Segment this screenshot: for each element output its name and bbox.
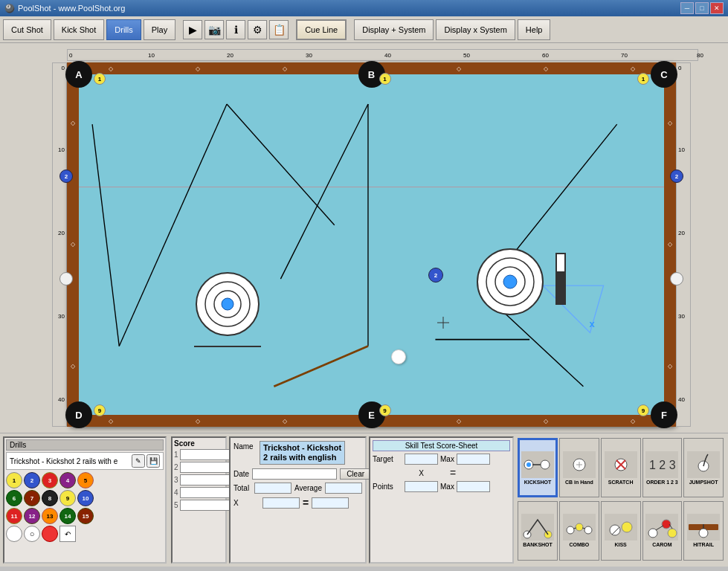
shot-types-panel: KICKSHOT CB in Hand SCRATCH 1 2 3 (516, 436, 725, 564)
left-ruler: 0 10 20 30 40 (30, 62, 67, 427)
kiss-button[interactable]: KISS (601, 501, 641, 561)
pocket-A: A (65, 61, 92, 88)
ball-3-selector[interactable]: 3 (42, 472, 58, 488)
combo-button[interactable]: COMBO (559, 501, 599, 561)
ruler-right-40: 40 (678, 396, 685, 403)
settings-icon[interactable]: ⚙ (248, 20, 267, 39)
date-input[interactable] (252, 468, 337, 480)
ball-cue-selector[interactable] (6, 526, 22, 542)
ball-11-selector[interactable]: 11 (6, 508, 22, 524)
carom-button[interactable]: CAROM (642, 501, 683, 561)
max-input-1[interactable] (457, 454, 490, 465)
clear-button[interactable]: Clear (340, 468, 371, 480)
ball-8-selector[interactable]: 8 (42, 490, 58, 506)
ball-13-selector[interactable]: 13 (42, 508, 58, 524)
app-title: PoolShot - www.PoolShot.org (18, 4, 125, 13)
ball-5-selector[interactable]: 5 (77, 472, 94, 488)
pocket-F: F (651, 401, 677, 428)
ball-4-selector[interactable]: 4 (59, 472, 76, 488)
title-bar: 🎱 PoolShot - www.PoolShot.org ─ □ ✕ (0, 0, 728, 16)
x-eq-row: X = (373, 467, 510, 479)
display-x-system-button[interactable]: Display x System (436, 19, 515, 40)
order-button[interactable]: 1 2 3 ORDER 1 2 3 (642, 438, 683, 497)
ball-7-selector[interactable]: 7 (24, 490, 40, 506)
ball-12-selector[interactable]: 12 (24, 508, 40, 524)
display-plus-system-button[interactable]: Display + System (354, 19, 434, 40)
play-button[interactable]: Play (144, 19, 175, 40)
ball-red-selector[interactable] (42, 526, 58, 542)
ball-1-selector[interactable]: 1 (6, 472, 22, 488)
total-input[interactable] (254, 483, 291, 494)
average-input[interactable] (325, 483, 362, 494)
ruler-60: 60 (542, 52, 549, 59)
cb-in-hand-label: CB in Hand (565, 480, 593, 485)
target-left-baseline (194, 346, 261, 347)
ball-2: 2 (428, 268, 443, 283)
table-with-rulers: 0 10 20 30 40 ◇ ◇ ◇ ◇ ◇ ◇ ◇ ◇ ◇ ◇ (30, 62, 698, 427)
combo-label: COMBO (569, 542, 589, 547)
drill-name: Trickshot - Kickshot 2 rails with e (10, 457, 130, 465)
x-input[interactable] (262, 497, 300, 509)
pocket-A-ball: 1 (94, 73, 106, 85)
cb-in-hand-button[interactable]: CB in Hand (559, 438, 599, 497)
x-label: X (233, 499, 260, 507)
camera-icon[interactable]: 📷 (204, 20, 224, 39)
drill-save-button[interactable]: 💾 (146, 454, 160, 468)
points-input[interactable] (405, 481, 438, 492)
cut-shot-button[interactable]: Cut Shot (3, 19, 51, 40)
svg-point-22 (541, 460, 550, 469)
drills-button[interactable]: Drills (106, 19, 141, 40)
scratch-label: SCRATCH (608, 480, 634, 485)
drill-edit-button[interactable]: ✎ (132, 454, 145, 468)
kickshot-button[interactable]: KICKSHOT (518, 438, 558, 497)
minimize-button[interactable]: ─ (680, 2, 694, 14)
cue-line-button[interactable]: Cue Line (296, 19, 347, 40)
play-icon[interactable]: ▶ (183, 20, 202, 39)
drill-title-line1: Trickshot - Kickshot (263, 443, 341, 452)
ball-6-selector[interactable]: 6 (6, 490, 22, 506)
speed-gauge (555, 253, 566, 305)
hitrail-label: HITRAIL (693, 542, 714, 547)
bankshot-button[interactable]: BANKSHOT (518, 501, 558, 561)
undo-selector[interactable]: ↶ (59, 526, 76, 542)
scratch-button[interactable]: SCRATCH (601, 438, 641, 497)
kick-shot-button[interactable]: Kick Shot (54, 19, 104, 40)
app-icon: 🎱 (4, 4, 15, 13)
drill-name-display: Trickshot - Kickshot 2 rails with englis… (260, 441, 345, 465)
jumpshot-button[interactable]: JUMPSHOT (683, 438, 724, 497)
shot-lines-svg (79, 74, 664, 415)
target-input[interactable] (405, 454, 438, 465)
x-row: X = (233, 497, 362, 509)
maximize-button[interactable]: □ (695, 2, 709, 14)
jumpshot-label: JUMPSHOT (689, 480, 718, 485)
right-ruler: 0 10 20 30 40 (676, 62, 698, 427)
equals-sign: = (303, 497, 309, 509)
max-input-2[interactable] (457, 481, 490, 492)
svg-point-17 (503, 275, 517, 288)
pocket-A-label: A (75, 69, 82, 80)
side-ball-right-cue (670, 272, 683, 286)
ball-empty-selector[interactable]: ○ (24, 526, 40, 542)
ball-14-selector[interactable]: 14 (59, 508, 76, 524)
svg-line-2 (227, 104, 335, 225)
help-button[interactable]: Help (518, 19, 551, 40)
score-row-3: 3 (174, 474, 224, 485)
ball-2-selector[interactable]: 2 (24, 472, 40, 488)
info-icon[interactable]: ℹ (226, 20, 245, 39)
clipboard-icon[interactable]: 📋 (269, 20, 289, 39)
ball-10-selector[interactable]: 10 (77, 490, 94, 506)
hitrail-button[interactable]: HITRAIL (683, 501, 724, 561)
window-controls: ─ □ ✕ (680, 2, 724, 14)
order-label: ORDER 1 2 3 (646, 480, 678, 485)
drill-item[interactable]: Trickshot - Kickshot 2 rails with e ✎ 💾 (6, 452, 164, 470)
pocket-D-ball: 9 (94, 404, 106, 416)
close-button[interactable]: ✕ (710, 2, 724, 14)
result-input[interactable] (312, 497, 349, 509)
main-toolbar: Cut Shot Kick Shot Drills Play ▶ 📷 ℹ ⚙ 📋… (0, 16, 728, 43)
pocket-C-ball: 1 (637, 73, 649, 85)
ball-9-selector[interactable]: 9 (59, 490, 76, 506)
side-ball-left-cue (59, 272, 73, 286)
pool-table[interactable]: ◇ ◇ ◇ ◇ ◇ ◇ ◇ ◇ ◇ ◇ ◇ ◇ ◇ ◇ ◇ ◇ ◇ (67, 62, 676, 427)
ball-15-selector[interactable]: 15 (77, 508, 94, 524)
carom-label: CAROM (652, 542, 671, 547)
